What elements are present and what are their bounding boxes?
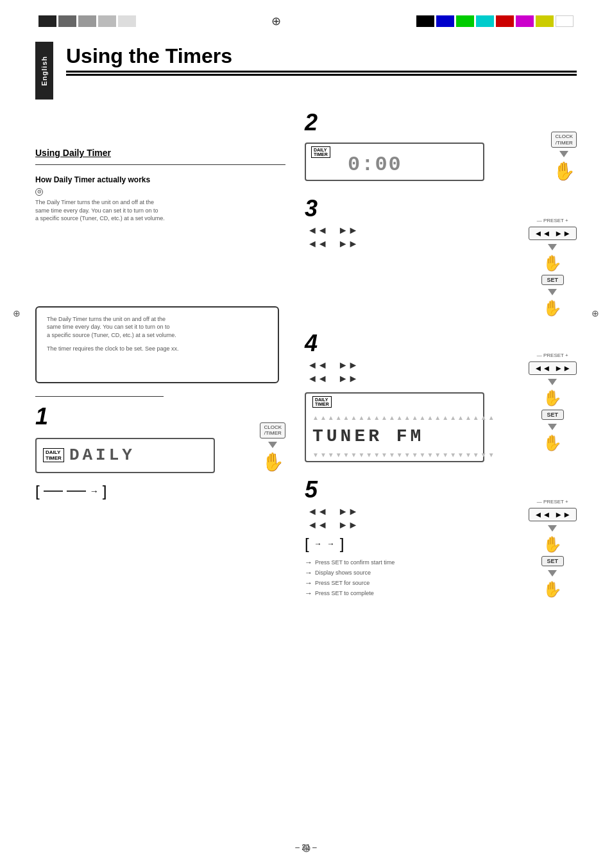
col-green xyxy=(456,15,474,27)
step3-skip-fwd-2[interactable]: ►► xyxy=(336,238,361,250)
dash2 xyxy=(67,490,86,492)
step5-flow4: → Press SET to complete xyxy=(305,589,522,598)
step2-clock-btn[interactable]: CLOCK/TIMER xyxy=(551,132,577,148)
reg-gray4 xyxy=(118,15,136,27)
step4-ctrl-row1: ◄◄ ►► xyxy=(305,360,522,371)
step5-preset-area: — PRESET + ◄◄ ►► ✋ SET ✋ xyxy=(529,499,577,598)
step5-content: 5 ◄◄ ►► ◄◄ ►► [ → → ] xyxy=(305,476,522,598)
step4-skip-fwd-1[interactable]: ►► xyxy=(336,360,361,371)
step3-finger: ✋ xyxy=(543,254,562,272)
step5-preset-btns[interactable]: ◄◄ ►► xyxy=(529,508,577,521)
step2-display: DAILYTIMER 0:00 xyxy=(305,140,545,184)
step5-row: 5 ◄◄ ►► ◄◄ ►► [ → → ] xyxy=(305,476,577,598)
step4-preset-btns[interactable]: ◄◄ ►► xyxy=(529,361,577,375)
step2-clock-area: CLOCK/TIMER ✋ xyxy=(551,132,577,182)
step4-skip-back-1[interactable]: ◄◄ xyxy=(305,360,330,371)
step4-number: 4 xyxy=(305,330,522,357)
step3-preset-prev[interactable]: ◄◄ xyxy=(534,229,551,238)
left-column: Using Daily Timer How Daily Timer actual… xyxy=(35,109,285,512)
step3-block: 3 ◄◄ ►► ◄◄ ►► — PRESET + ◄ xyxy=(305,195,577,317)
step3-preset-area: — PRESET + ◄◄ ►► ✋ SET ✋ xyxy=(529,218,577,317)
step2-time-text: 0:00 xyxy=(348,153,402,177)
how-works-section: How Daily Timer actually works ⊙ The Dai… xyxy=(35,175,285,223)
step5-preset-next[interactable]: ►► xyxy=(554,510,571,519)
step4-finger2: ✋ xyxy=(543,434,562,452)
step4-preset-prev[interactable]: ◄◄ xyxy=(534,363,551,373)
step3-ctrl-row1: ◄◄ ►► xyxy=(305,225,522,236)
instruction-box: The Daily Timer turns the unit on and of… xyxy=(35,306,279,383)
step2-finger: ✋ xyxy=(553,161,575,182)
body-text-3: a specific source (Tuner, CD, etc.) at a… xyxy=(35,214,285,223)
step5-skip-back[interactable]: ◄◄ xyxy=(305,506,330,517)
step3-skip-back-1[interactable]: ◄◄ xyxy=(305,225,330,236)
col-black xyxy=(416,15,434,27)
step5-skip-fwd-2[interactable]: ►► xyxy=(336,519,361,531)
step5-arrow2 xyxy=(548,570,557,577)
clock-timer-button[interactable]: CLOCK/TIMER xyxy=(260,422,285,438)
step4-tuner-text: TUNER FM xyxy=(312,426,424,446)
step5-preset-label: — PRESET + xyxy=(537,499,568,505)
step3-arrow2 xyxy=(548,289,557,295)
bracket-close: ] xyxy=(103,482,107,500)
col-white xyxy=(556,15,574,27)
how-works-heading: How Daily Timer actually works xyxy=(35,175,285,184)
step5-arrow-icon3: → xyxy=(305,578,312,587)
step5-flow-arrows: → Press SET to confirm start time → Disp… xyxy=(305,558,522,598)
step4-hatch-bottom: ▼▼▼▼▼▼▼▼▼▼▼▼▼▼▼▼▼▼▼▼▼▼▼▼ xyxy=(312,451,496,458)
step4-preset-area: — PRESET + ◄◄ ►► ✋ SET ✋ xyxy=(529,352,577,452)
col-blue xyxy=(436,15,454,27)
step1-finger: ✋ xyxy=(262,451,284,473)
step4-skip-back-2[interactable]: ◄◄ xyxy=(305,373,330,385)
title-underline xyxy=(66,74,577,76)
step5-flow3: → Press SET for source xyxy=(305,578,522,587)
step3-set-button[interactable]: SET xyxy=(541,275,565,285)
step3-content: 3 ◄◄ ►► ◄◄ ►► xyxy=(305,195,522,252)
step4-ctrl-row2: ◄◄ ►► xyxy=(305,373,522,385)
step1-row: 1 DAILYTIMER DAILY [ xyxy=(35,403,285,500)
step5-arrow-icon2: → xyxy=(305,568,312,577)
step4-tuner-lcd: DAILYTIMER ▲▲▲▲▲▲▲▲▲▲▲▲▲▲▲▲▲▲▲▲▲▲▲▲ TUNE… xyxy=(305,392,484,462)
step1-content: 1 DAILYTIMER DAILY [ xyxy=(35,403,252,500)
arrow-right1: → xyxy=(90,486,99,496)
step1-arrow-down xyxy=(268,442,277,448)
step3-preset-btns[interactable]: ◄◄ ►► xyxy=(529,227,577,240)
step5-flow-text3: Press SET for source xyxy=(315,579,370,587)
bracket-open: [ xyxy=(35,482,40,500)
step1-display-row: DAILYTIMER DAILY xyxy=(35,435,252,476)
step5-skip-back-2[interactable]: ◄◄ xyxy=(305,519,330,531)
step3-skip-fwd-1[interactable]: ►► xyxy=(336,225,361,236)
heading-separator xyxy=(35,164,285,165)
step5-number: 5 xyxy=(305,476,522,503)
step4-daily-ind: DAILYTIMER xyxy=(312,396,332,408)
reg-gray3 xyxy=(98,15,116,27)
dash1 xyxy=(44,490,63,492)
reg-gray1 xyxy=(58,15,76,27)
reg-black xyxy=(38,15,56,27)
step4-set-button[interactable]: SET xyxy=(541,410,565,420)
step5-set-button[interactable]: SET xyxy=(541,556,565,566)
instr-text-5: The timer requires the clock to be set. … xyxy=(47,345,268,353)
step4-block: 4 ◄◄ ►► ◄◄ ►► DAILYT xyxy=(305,330,577,465)
step5-arrow1: → xyxy=(314,539,322,548)
english-language-tab: English xyxy=(35,42,53,100)
page-title: Using the Timers xyxy=(66,42,577,73)
step5-ctrl-row2: ◄◄ ►► xyxy=(305,519,522,531)
step5-skip-fwd[interactable]: ►► xyxy=(336,506,361,517)
step1-lcd-text: DAILY xyxy=(69,446,135,465)
step1-block: 1 DAILYTIMER DAILY [ xyxy=(35,403,285,500)
step5-preset-prev[interactable]: ◄◄ xyxy=(534,510,551,519)
step4-preset-next[interactable]: ►► xyxy=(554,363,571,373)
step4-content: 4 ◄◄ ►► ◄◄ ►► DAILYT xyxy=(305,330,522,465)
step4-arrow2 xyxy=(548,424,557,430)
top-registration-bar: ⊕ xyxy=(0,12,612,31)
step3-preset-next[interactable]: ►► xyxy=(554,229,571,238)
step4-skip-fwd-2[interactable]: ►► xyxy=(336,373,361,385)
step3-finger2: ✋ xyxy=(543,299,562,317)
step3-arrow xyxy=(548,244,557,250)
step4-tuner-display: DAILYTIMER ▲▲▲▲▲▲▲▲▲▲▲▲▲▲▲▲▲▲▲▲▲▲▲▲ TUNE… xyxy=(305,390,522,465)
step4-arrow xyxy=(548,379,557,385)
step3-skip-back-2[interactable]: ◄◄ xyxy=(305,238,330,250)
body-text-1: The Daily Timer turns the unit on and of… xyxy=(35,198,285,207)
step5-arrow-icon4: → xyxy=(305,589,312,598)
step1-clock-area: CLOCK/TIMER ✋ xyxy=(260,422,285,473)
